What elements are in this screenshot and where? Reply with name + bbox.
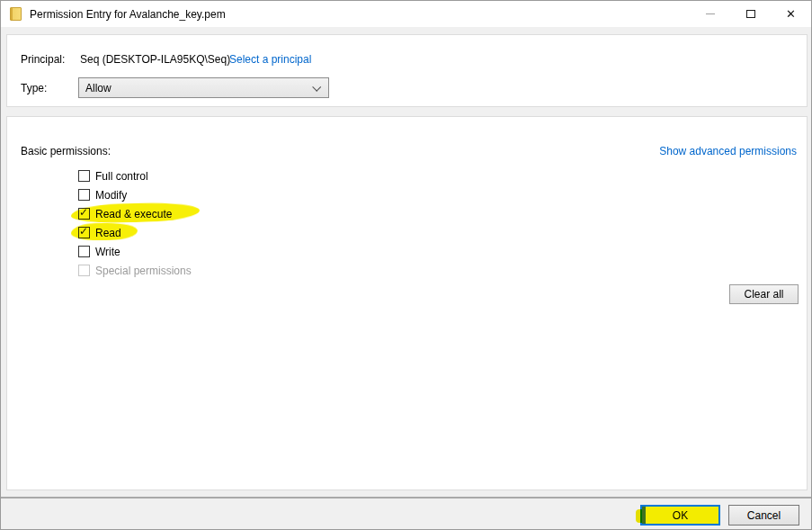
window-title: Permission Entry for Avalanche_key.pem [30, 8, 226, 21]
chevron-down-icon [312, 83, 321, 92]
principal-panel: Principal: Seq (DESKTOP-ILA95KQ\Seq) Sel… [6, 34, 808, 107]
checkbox[interactable] [78, 189, 90, 201]
clear-all-label: Clear all [744, 288, 783, 301]
clear-all-button[interactable]: Clear all [729, 284, 799, 304]
checkbox [78, 265, 90, 276]
permission-row-write: Write [78, 242, 192, 261]
minimize-button[interactable] [690, 1, 730, 27]
maximize-icon [746, 10, 755, 18]
type-dropdown[interactable]: Allow [78, 77, 329, 98]
permission-label: Modify [95, 189, 127, 202]
permission-row-read: ✓Read [78, 223, 192, 242]
permissions-panel: Basic permissions: Show advanced permiss… [6, 116, 808, 490]
window-controls: ✕ [690, 1, 811, 27]
select-principal-link[interactable]: Select a principal [229, 53, 311, 66]
cancel-button[interactable]: Cancel [728, 505, 799, 526]
type-dropdown-value: Allow [85, 82, 112, 94]
ok-label: OK [673, 509, 688, 522]
type-label: Type: [21, 82, 47, 94]
permission-label: Read [95, 227, 121, 239]
close-icon: ✕ [786, 8, 796, 20]
permission-entry-dialog: Permission Entry for Avalanche_key.pem ✕… [0, 0, 812, 530]
permission-row-modify: Modify [78, 185, 192, 204]
principal-value: Seq (DESKTOP-ILA95KQ\Seq) [80, 53, 230, 66]
checkbox[interactable]: ✓ [78, 208, 90, 220]
permission-label: Special permissions [95, 265, 192, 277]
permission-row-special-permissions: Special permissions [78, 261, 192, 280]
checkbox[interactable]: ✓ [78, 227, 90, 238]
permissions-list: Full controlModify✓Read & execute✓ReadWr… [78, 166, 192, 280]
permission-row-full-control: Full control [78, 166, 192, 185]
cancel-label: Cancel [747, 509, 781, 522]
title-bar: Permission Entry for Avalanche_key.pem ✕ [1, 1, 811, 27]
checkbox[interactable] [78, 246, 90, 257]
close-button[interactable]: ✕ [771, 1, 811, 27]
permission-label: Write [95, 246, 120, 258]
checkmark-icon: ✓ [79, 206, 88, 219]
permission-label: Read & execute [95, 208, 172, 220]
maximize-button[interactable] [730, 1, 771, 27]
checkmark-icon: ✓ [79, 225, 88, 238]
basic-permissions-label: Basic permissions: [21, 145, 111, 157]
permission-label: Full control [95, 170, 148, 183]
principal-label: Principal: [21, 53, 65, 66]
show-advanced-permissions-link[interactable]: Show advanced permissions [659, 145, 797, 157]
minimize-icon [706, 13, 715, 14]
ok-button[interactable]: OK [640, 505, 720, 526]
footer-separator [1, 497, 811, 499]
permission-row-read-execute: ✓Read & execute [78, 204, 192, 223]
checkbox[interactable] [78, 170, 90, 182]
file-icon [10, 7, 22, 21]
